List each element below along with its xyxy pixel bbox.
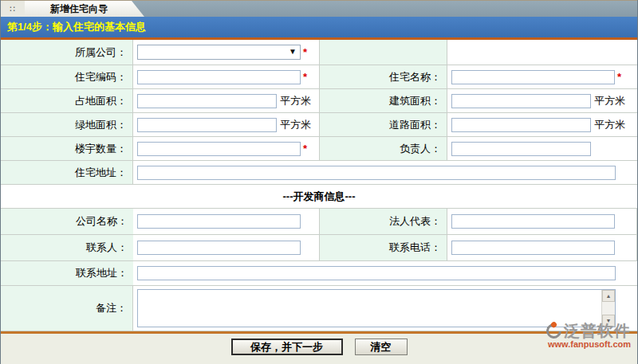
residence-form: 所属公司： ▼ * 住宅编码： * 住宅名称： * 占地面积： 平方米 建筑面积… [1,40,637,331]
empty-field-cell [447,40,637,65]
name-label: 住宅名称： [320,65,447,89]
phone-input[interactable] [451,241,615,255]
dev-company-label: 公司名称： [1,209,133,235]
clear-button[interactable]: 清空 [355,339,408,355]
chevron-down-icon: ▼ [289,47,297,56]
tab-bar: ∷ 新增住宅向导 [1,0,637,17]
required-mark: * [617,71,621,83]
land-area-label: 占地面积： [1,89,133,113]
tab-new-residence-wizard[interactable]: 新增住宅向导 [25,1,144,17]
step-title: 第1/4步：输入住宅的基本信息 [7,20,146,34]
required-mark: * [303,143,307,155]
road-area-input[interactable] [451,118,591,132]
save-next-button[interactable]: 保存，并下一步 [231,339,343,355]
legal-rep-label: 法人代表： [320,209,447,235]
building-count-label: 楼宇数量： [1,137,133,161]
remark-label: 备注： [1,286,133,331]
legal-rep-input[interactable] [451,214,615,229]
building-count-input[interactable] [137,142,301,156]
step-header: 第1/4步：输入住宅的基本信息 [1,17,637,37]
manager-label: 负责人： [320,137,447,161]
green-area-unit: 平方米 [280,118,311,132]
residence-name-input[interactable] [451,70,615,84]
contact-address-label: 联系地址： [1,261,133,286]
company-select[interactable]: ▼ [137,45,301,60]
contact-input[interactable] [137,241,301,255]
code-label: 住宅编码： [1,65,133,89]
address-input[interactable] [137,166,616,180]
green-area-label: 绿地面积： [1,113,133,137]
land-area-input[interactable] [137,94,277,108]
manager-input[interactable] [451,142,591,156]
empty-label-cell [320,40,447,65]
building-area-unit: 平方米 [594,94,625,108]
road-area-label: 道路面积： [320,113,447,137]
required-mark: * [303,46,307,58]
fanpu-logo-icon [543,320,565,342]
brand-url: www.fanpusoft.com [546,340,631,349]
fanpu-logo: 泛普软件 www.fanpusoft.com [546,323,631,349]
building-area-input[interactable] [451,94,591,108]
road-area-unit: 平方米 [594,118,625,132]
green-area-input[interactable] [137,118,277,132]
tab-title: 新增住宅向导 [50,2,108,16]
contact-label: 联系人： [1,235,133,261]
brand-name: 泛普软件 [564,323,631,339]
grip-icon: ∷ [1,1,25,17]
contact-address-input[interactable] [137,266,616,280]
residence-code-input[interactable] [137,70,301,84]
required-mark: * [303,71,307,83]
remark-textarea[interactable] [138,290,601,327]
address-label: 住宅地址： [1,161,133,185]
scroll-up-icon[interactable]: ▲ [602,290,615,302]
bottom-bar: 保存，并下一步 清空 泛普软件 www.fanpusoft.com [1,331,637,364]
phone-label: 联系电话： [320,235,447,261]
land-area-unit: 平方米 [280,94,311,108]
dev-company-input[interactable] [137,214,301,229]
building-area-label: 建筑面积： [320,89,447,113]
wizard-window: ∷ 新增住宅向导 第1/4步：输入住宅的基本信息 所属公司： ▼ * 住宅编码：… [0,0,638,364]
company-label: 所属公司： [1,40,133,65]
developer-section-header: ---开发商信息--- [1,185,637,209]
